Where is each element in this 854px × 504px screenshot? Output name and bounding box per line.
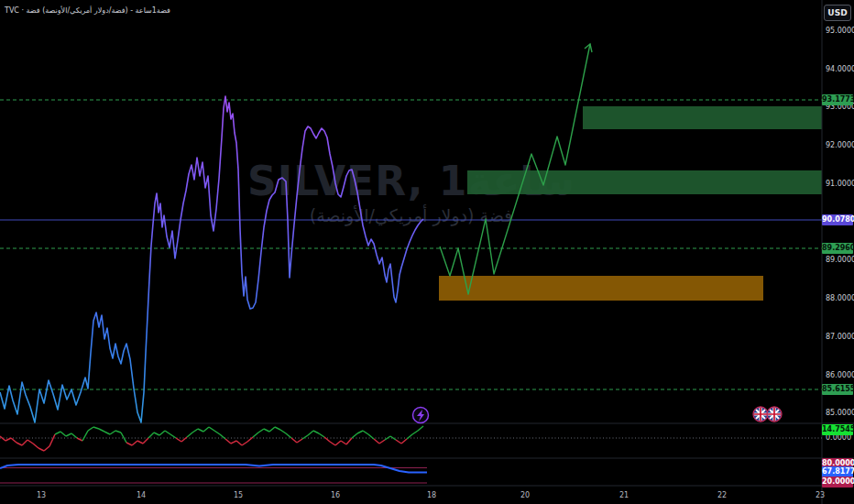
price-tick: 91.0000	[822, 179, 854, 189]
oscillator-segment	[55, 432, 60, 434]
price-tick: 89.0000	[822, 255, 854, 265]
oscillator-segment	[269, 427, 275, 432]
oscillator-segment	[236, 441, 242, 445]
oscillator-segment	[401, 439, 407, 444]
oscillator-segment	[291, 438, 297, 443]
oscillator-segment	[93, 427, 99, 429]
oscillator-segment	[137, 441, 143, 444]
oscillator-segment	[99, 429, 104, 432]
oscillator-segment	[396, 440, 401, 444]
oscillator-segment	[49, 434, 55, 446]
oscillator-segment	[82, 431, 88, 441]
oscillator-segment	[192, 429, 198, 433]
rsi-line	[0, 465, 427, 473]
oscillator-segment	[77, 438, 82, 441]
oscillator-segment	[418, 426, 423, 431]
oscillator-segment	[363, 431, 368, 434]
oscillator-segment	[60, 432, 66, 436]
price-value-label: 93.1773	[822, 94, 853, 105]
price-tick: 95.0000	[822, 26, 854, 36]
oscillator-segment	[313, 431, 319, 433]
price-tick: 88.0000	[822, 293, 854, 303]
oscillator-segment	[341, 441, 346, 444]
oscillator-segment	[44, 446, 49, 451]
symbol-legend[interactable]: فضة1ساعة - (فضة/دولار أمريكي/الأونصة) فض…	[5, 6, 170, 15]
oscillator-segment	[275, 427, 280, 430]
price-value-label: 14.7545	[822, 424, 853, 435]
oscillator-segment	[286, 433, 291, 438]
oscillator-segment	[346, 438, 352, 444]
price-tick: 94.0000	[822, 64, 854, 74]
oscillator-segment	[126, 443, 132, 445]
price-value-label: 90.0780	[822, 214, 853, 225]
oscillator-segment	[220, 434, 225, 439]
oscillator-segment	[38, 448, 44, 451]
oscillator-segment	[110, 431, 115, 434]
oscillator-segment	[176, 438, 181, 442]
time-tick: 21	[610, 491, 638, 499]
oscillator-segment	[374, 439, 379, 444]
oscillator-segment	[22, 440, 27, 445]
oscillator-segment	[143, 438, 148, 444]
oscillator-segment	[225, 439, 231, 444]
oscillator-segment	[71, 433, 77, 438]
projection-zigzag-drawing[interactable]	[440, 44, 590, 294]
oscillator-segment	[330, 442, 335, 445]
oscillator-segment	[148, 433, 154, 438]
time-tick: 13	[27, 491, 55, 499]
oscillator-segment	[11, 438, 16, 443]
oscillator-segment	[242, 442, 247, 445]
oscillator-segment	[33, 444, 38, 448]
oscillator-segment	[88, 427, 93, 431]
oscillator-segment	[154, 433, 159, 435]
oscillator-segment	[412, 431, 418, 434]
oscillator-segment	[187, 433, 192, 437]
oscillator-segment	[159, 431, 165, 435]
oscillator-segment	[264, 429, 269, 432]
price-tick: 86.0000	[822, 370, 854, 380]
chart-window: SILVER, 1ساعة فضة (دولار أمريكي/الأونصة)…	[0, 0, 854, 504]
oscillator-segment	[5, 438, 11, 441]
price-axis[interactable]: 95.000094.000093.000092.000091.000089.00…	[822, 0, 854, 504]
oscillator-segment	[308, 431, 313, 435]
oscillator-segment	[335, 441, 341, 445]
oscillator-segment	[203, 427, 209, 432]
price-tick: 92.0000	[822, 140, 854, 150]
time-tick: 16	[322, 491, 349, 499]
supply-green-zone[interactable]	[583, 106, 822, 129]
price-tick: 85.0000	[822, 408, 854, 418]
oscillator-segment	[258, 429, 264, 433]
demand-orange-zone[interactable]	[439, 276, 763, 301]
price-value-label: 85.6155	[822, 384, 853, 395]
oscillator-segment	[297, 439, 302, 443]
oscillator-segment	[280, 430, 286, 433]
time-tick: 23	[806, 491, 834, 499]
oscillator-segment	[198, 429, 203, 432]
oscillator-segment	[319, 433, 324, 437]
price-series-line[interactable]	[0, 96, 423, 422]
oscillator-segment	[352, 433, 357, 438]
oscillator-segment	[181, 437, 187, 442]
oscillator-segment	[27, 440, 33, 444]
oscillator-segment	[66, 433, 71, 436]
oscillator-segment	[214, 431, 220, 434]
oscillator-segment	[115, 431, 121, 433]
currency-usd-button[interactable]: USD	[824, 5, 851, 21]
price-chart-canvas[interactable]	[0, 0, 854, 504]
oscillator-segment	[16, 443, 22, 445]
oscillator-segment	[231, 441, 236, 444]
oscillator-segment	[253, 433, 258, 437]
oscillator-segment	[407, 434, 412, 439]
time-tick: 22	[708, 491, 736, 499]
oscillator-segment	[165, 431, 170, 434]
time-axis[interactable]: 131415161820212223	[0, 486, 822, 504]
oscillator-segment	[170, 434, 176, 438]
price-value-label: 20.0000	[822, 477, 853, 488]
time-tick: 18	[418, 491, 445, 499]
oscillator-segment	[379, 440, 385, 444]
oscillator-segment	[357, 431, 363, 433]
time-tick: 15	[224, 491, 252, 499]
price-value-label: 89.2960	[822, 243, 853, 254]
oscillator-segment	[132, 441, 137, 445]
oscillator-segment	[104, 432, 110, 434]
